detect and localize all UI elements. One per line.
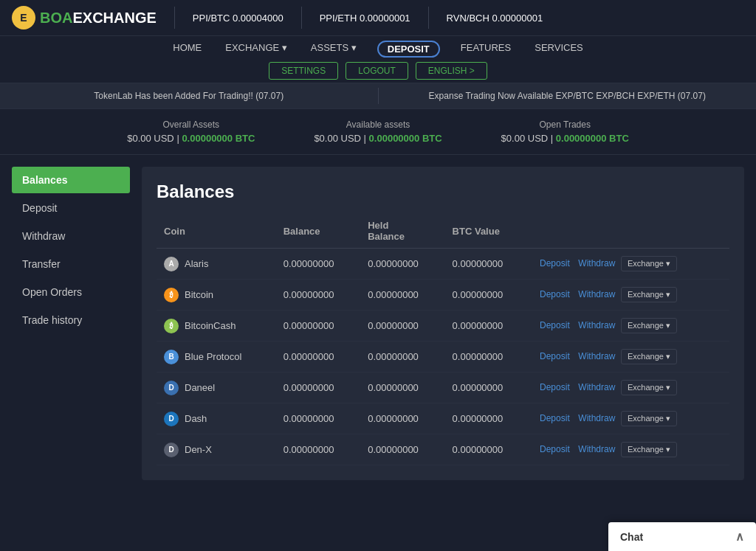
open-trades: Open Trades $0.00 USD | 0.00000000 BTC: [501, 119, 629, 144]
overall-values: $0.00 USD | 0.00000000 BTC: [127, 133, 255, 144]
btc-cell-0: 0.00000000: [445, 249, 529, 280]
exchange-btn-2[interactable]: Exchange ▾: [621, 318, 677, 333]
withdraw-btn-0[interactable]: Withdraw: [575, 257, 618, 270]
coin-icon-5: D: [164, 412, 179, 426]
actions-cell-4: Deposit Withdraw Exchange ▾: [529, 372, 729, 403]
available-label: Available assets: [314, 119, 441, 130]
balance-cell-6: 0.00000000: [276, 434, 360, 465]
exchange-btn-3[interactable]: Exchange ▾: [621, 349, 677, 364]
coin-name-6: Den-X: [185, 444, 212, 455]
nav-assets[interactable]: ASSETS ▾: [308, 41, 360, 58]
ticker-2: PPI/ETH 0.00000001: [320, 13, 410, 24]
logout-button[interactable]: LOGOUT: [346, 62, 408, 80]
coin-name-3: Blue Protocol: [185, 351, 241, 362]
balance-cell-5: 0.00000000: [276, 403, 360, 434]
page-title: Balances: [157, 181, 729, 202]
nav-services[interactable]: SERVICES: [532, 41, 586, 58]
withdraw-btn-3[interactable]: Withdraw: [575, 350, 618, 363]
withdraw-btn-5[interactable]: Withdraw: [575, 412, 618, 425]
held-cell-0: 0.00000000: [360, 249, 444, 280]
chat-widget[interactable]: Chat ∧: [608, 522, 756, 551]
nav-features[interactable]: FEATURES: [458, 41, 514, 58]
table-row: D Dash 0.00000000 0.00000000 0.00000000 …: [157, 403, 729, 434]
language-button[interactable]: ENGLISH >: [416, 62, 487, 80]
overall-assets: Overall Assets $0.00 USD | 0.00000000 BT…: [127, 119, 255, 144]
logo-exchange: EXCHANGE: [72, 10, 156, 26]
coin-icon-2: ₿: [164, 319, 179, 333]
exchange-btn-1[interactable]: Exchange ▾: [621, 287, 677, 302]
withdraw-btn-6[interactable]: Withdraw: [575, 443, 618, 456]
sidebar-item-withdraw[interactable]: Withdraw: [12, 223, 130, 249]
coin-icon-3: B: [164, 350, 179, 364]
col-coin: Coin: [157, 214, 276, 249]
balance-cell-1: 0.00000000: [276, 280, 360, 311]
held-cell-5: 0.00000000: [360, 403, 444, 434]
nav-exchange[interactable]: EXCHANGE ▾: [222, 41, 290, 58]
divider-1: [174, 7, 175, 29]
withdraw-btn-4[interactable]: Withdraw: [575, 381, 618, 394]
sidebar-item-trade-history[interactable]: Trade history: [12, 307, 130, 333]
sidebar-item-transfer[interactable]: Transfer: [12, 251, 130, 277]
chat-arrow-icon: ∧: [735, 530, 744, 544]
balance-cell-3: 0.00000000: [276, 342, 360, 372]
table-row: ₿ Bitcoin 0.00000000 0.00000000 0.000000…: [157, 280, 729, 311]
logo: E BOAEXCHANGE: [12, 6, 157, 30]
held-cell-1: 0.00000000: [360, 280, 444, 311]
col-actions: [529, 214, 729, 249]
top-bar: E BOAEXCHANGE PPI/BTC 0.00004000 PPI/ETH…: [0, 0, 756, 36]
banner-right: Expanse Trading Now Available EXP/BTC EX…: [379, 88, 757, 104]
coin-icon-0: A: [164, 257, 179, 271]
sidebar-item-balances[interactable]: Balances: [12, 167, 130, 193]
banner-left: TokenLab Has been Added For Trading!! (0…: [0, 88, 379, 104]
chat-label: Chat: [620, 531, 643, 543]
sidebar-item-deposit[interactable]: Deposit: [12, 195, 130, 221]
settings-button[interactable]: SETTINGS: [269, 62, 338, 80]
btc-cell-6: 0.00000000: [445, 434, 529, 465]
btc-cell-4: 0.00000000: [445, 372, 529, 403]
held-cell-2: 0.00000000: [360, 311, 444, 342]
withdraw-btn-2[interactable]: Withdraw: [575, 319, 618, 332]
exchange-btn-4[interactable]: Exchange ▾: [621, 380, 677, 395]
coin-name-5: Dash: [185, 413, 207, 424]
balance-cell-2: 0.00000000: [276, 311, 360, 342]
coin-cell-5: D Dash: [157, 403, 276, 434]
deposit-btn-1[interactable]: Deposit: [537, 288, 573, 301]
btc-cell-5: 0.00000000: [445, 403, 529, 434]
balances-table: Coin Balance HeldBalance BTC Value A Ala…: [157, 214, 729, 465]
actions-cell-2: Deposit Withdraw Exchange ▾: [529, 311, 729, 342]
exchange-btn-6[interactable]: Exchange ▾: [621, 442, 677, 457]
btc-cell-3: 0.00000000: [445, 342, 529, 372]
logo-icon: E: [12, 6, 35, 30]
ticker-3: RVN/BCH 0.00000001: [447, 13, 543, 24]
deposit-btn-2[interactable]: Deposit: [537, 319, 573, 332]
nav-links: HOME EXCHANGE ▾ ASSETS ▾ DEPOSIT FEATURE…: [170, 41, 585, 58]
exchange-btn-5[interactable]: Exchange ▾: [621, 411, 677, 426]
held-cell-4: 0.00000000: [360, 372, 444, 403]
exchange-btn-0[interactable]: Exchange ▾: [621, 256, 677, 271]
nav-deposit[interactable]: DEPOSIT: [377, 41, 440, 58]
col-balance: Balance: [276, 214, 360, 249]
col-held: HeldBalance: [360, 214, 444, 249]
deposit-btn-4[interactable]: Deposit: [537, 381, 573, 394]
balance-cell-0: 0.00000000: [276, 249, 360, 280]
table-row: B Blue Protocol 0.00000000 0.00000000 0.…: [157, 342, 729, 372]
coin-name-1: Bitcoin: [185, 289, 213, 300]
deposit-btn-3[interactable]: Deposit: [537, 350, 573, 363]
coin-icon-1: ₿: [164, 288, 179, 302]
withdraw-btn-1[interactable]: Withdraw: [575, 288, 618, 301]
overall-label: Overall Assets: [127, 119, 255, 130]
divider-3: [428, 7, 429, 29]
main-content: Balances Deposit Withdraw Transfer Open …: [0, 155, 756, 492]
col-btc: BTC Value: [445, 214, 529, 249]
coin-name-0: Alaris: [185, 258, 209, 269]
nav-home[interactable]: HOME: [170, 41, 205, 58]
sidebar: Balances Deposit Withdraw Transfer Open …: [12, 167, 130, 480]
nav-bar: HOME EXCHANGE ▾ ASSETS ▾ DEPOSIT FEATURE…: [0, 36, 756, 83]
sidebar-item-open-orders[interactable]: Open Orders: [12, 279, 130, 305]
deposit-btn-6[interactable]: Deposit: [537, 443, 573, 456]
deposit-btn-0[interactable]: Deposit: [537, 257, 573, 270]
deposit-btn-5[interactable]: Deposit: [537, 412, 573, 425]
held-cell-6: 0.00000000: [360, 434, 444, 465]
coin-icon-4: D: [164, 381, 179, 395]
coin-cell-1: ₿ Bitcoin: [157, 280, 276, 311]
